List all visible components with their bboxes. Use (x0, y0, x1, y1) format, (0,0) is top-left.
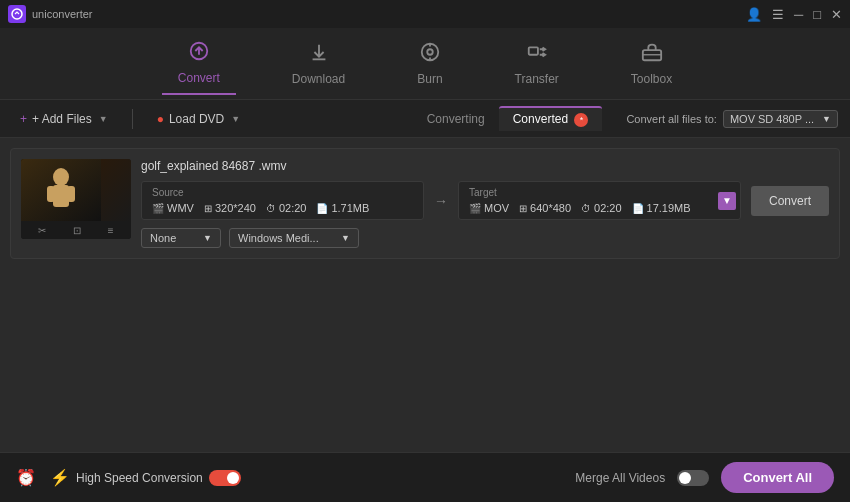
source-resolution: ⊞ 320*240 (204, 202, 256, 214)
source-label: Source (152, 187, 413, 198)
tab-bar: Converting Converted * (413, 106, 603, 131)
svg-point-13 (53, 168, 69, 186)
convert-all-select[interactable]: MOV SD 480P ... ▼ (723, 110, 838, 128)
crop-icon[interactable]: ⊡ (73, 225, 81, 236)
source-size-value: 1.71MB (331, 202, 369, 214)
title-bar-controls: 👤 ☰ ─ □ ✕ (746, 7, 842, 22)
nav-item-convert[interactable]: Convert (162, 32, 236, 95)
source-format-value: WMV (167, 202, 194, 214)
svg-rect-8 (528, 47, 537, 54)
convert-nav-icon (188, 40, 210, 67)
high-speed-group: ⚡ High Speed Conversion (50, 468, 241, 487)
bolt-icon: ⚡ (50, 468, 70, 487)
nav-bar: Convert Download Burn (0, 28, 850, 100)
converting-tab-label: Converting (427, 112, 485, 126)
arrow-right-icon: → (434, 193, 448, 209)
file-thumbnail: ✂ ⊡ ≡ (21, 159, 131, 239)
clock-icon: ⏱ (266, 203, 276, 214)
converted-badge: * (574, 113, 588, 127)
load-dvd-button[interactable]: ● Load DVD ▼ (149, 108, 249, 130)
convert-all-value: MOV SD 480P ... (730, 113, 814, 125)
close-button[interactable]: ✕ (831, 7, 842, 22)
load-dvd-label: Load DVD (169, 112, 224, 126)
source-duration-value: 02:20 (279, 202, 307, 214)
merge-label: Merge All Videos (575, 471, 665, 485)
nav-item-toolbox[interactable]: Toolbox (615, 33, 688, 94)
bottom-left: ⏰ ⚡ High Speed Conversion (16, 468, 241, 487)
target-resolution-value: 640*480 (530, 202, 571, 214)
target-resolution: ⊞ 640*480 (519, 202, 571, 214)
app-logo (8, 5, 26, 23)
thumbnail-tools: ✂ ⊡ ≡ (21, 221, 131, 239)
schedule-icon[interactable]: ⏰ (16, 468, 36, 487)
target-box: Target 🎬 MOV ⊞ 640*480 ⏱ 02:20 (458, 181, 741, 220)
transfer-nav-icon (526, 41, 548, 68)
user-icon[interactable]: 👤 (746, 7, 762, 22)
toolbox-nav-icon (641, 41, 663, 68)
nav-toolbox-label: Toolbox (631, 72, 672, 86)
download-nav-icon (308, 41, 330, 68)
title-bar-left: uniconverter (8, 5, 93, 23)
target-format: 🎬 MOV (469, 202, 509, 214)
source-format: 🎬 WMV (152, 202, 194, 214)
target-dropdown-button[interactable]: ▼ (718, 192, 736, 210)
nav-convert-label: Convert (178, 71, 220, 85)
merge-toggle-knob (679, 472, 691, 484)
target-size-icon: 📄 (632, 203, 644, 214)
convert-all-dropdown-icon: ▼ (822, 114, 831, 124)
convert-all-group: Convert all files to: MOV SD 480P ... ▼ (626, 110, 838, 128)
cut-icon[interactable]: ✂ (38, 225, 46, 236)
target-size: 📄 17.19MB (632, 202, 691, 214)
file-item: ✂ ⊡ ≡ golf_explained 84687 .wmv Source 🎬… (10, 148, 840, 259)
effect-dropdown[interactable]: None ▼ (141, 228, 221, 248)
app-name-label: uniconverter (32, 8, 93, 20)
svg-point-5 (427, 49, 433, 55)
svg-point-0 (12, 9, 22, 19)
add-files-dropdown-icon[interactable]: ▼ (99, 114, 108, 124)
burn-nav-icon (419, 41, 441, 68)
maximize-button[interactable]: □ (813, 7, 821, 22)
target-details: 🎬 MOV ⊞ 640*480 ⏱ 02:20 📄 (469, 202, 730, 214)
svg-rect-16 (67, 186, 75, 202)
toolbar: + + Add Files ▼ ● Load DVD ▼ Converting … (0, 100, 850, 138)
high-speed-toggle[interactable] (209, 470, 241, 486)
source-resolution-value: 320*240 (215, 202, 256, 214)
nav-transfer-label: Transfer (515, 72, 559, 86)
nav-item-download[interactable]: Download (276, 33, 361, 94)
source-target-row: Source 🎬 WMV ⊞ 320*240 ⏱ 02:20 (141, 181, 829, 220)
tab-converting[interactable]: Converting (413, 108, 499, 130)
dvd-icon: ● (157, 112, 164, 126)
source-box: Source 🎬 WMV ⊞ 320*240 ⏱ 02:20 (141, 181, 424, 220)
svg-rect-14 (53, 185, 69, 207)
target-size-value: 17.19MB (647, 202, 691, 214)
nav-item-transfer[interactable]: Transfer (499, 33, 575, 94)
file-icon: 🎬 (152, 203, 164, 214)
subtitle-dropdown[interactable]: Windows Medi... ▼ (229, 228, 359, 248)
merge-toggle[interactable] (677, 470, 709, 486)
subtitle-dropdown-arrow: ▼ (341, 233, 350, 243)
convert-button[interactable]: Convert (751, 186, 829, 216)
dropdowns-row: None ▼ Windows Medi... ▼ (141, 228, 829, 248)
load-dvd-dropdown-icon[interactable]: ▼ (231, 114, 240, 124)
convert-all-button[interactable]: Convert All (721, 462, 834, 493)
tab-converted[interactable]: Converted * (499, 106, 603, 131)
target-duration-value: 02:20 (594, 202, 622, 214)
target-format-value: MOV (484, 202, 509, 214)
target-resolution-icon: ⊞ (519, 203, 527, 214)
bottom-bar: ⏰ ⚡ High Speed Conversion Merge All Vide… (0, 452, 850, 502)
minimize-button[interactable]: ─ (794, 7, 803, 22)
target-label: Target (469, 187, 730, 198)
svg-rect-15 (47, 186, 55, 202)
effects-icon[interactable]: ≡ (108, 225, 114, 236)
add-files-button[interactable]: + + Add Files ▼ (12, 108, 116, 130)
nav-item-burn[interactable]: Burn (401, 33, 458, 94)
menu-icon[interactable]: ☰ (772, 7, 784, 22)
target-file-icon: 🎬 (469, 203, 481, 214)
target-clock-icon: ⏱ (581, 203, 591, 214)
source-duration: ⏱ 02:20 (266, 202, 307, 214)
subtitle-dropdown-value: Windows Medi... (238, 232, 319, 244)
source-details: 🎬 WMV ⊞ 320*240 ⏱ 02:20 📄 (152, 202, 413, 214)
high-speed-toggle-knob (227, 472, 239, 484)
nav-download-label: Download (292, 72, 345, 86)
content-area: ✂ ⊡ ≡ golf_explained 84687 .wmv Source 🎬… (0, 138, 850, 452)
